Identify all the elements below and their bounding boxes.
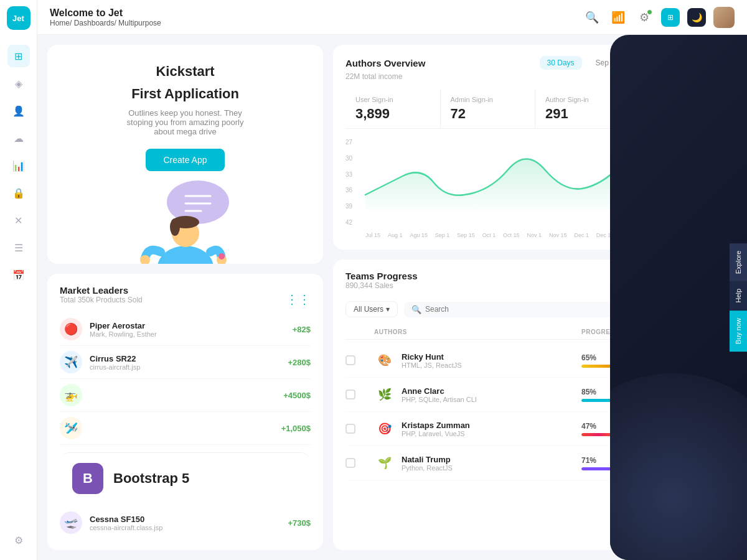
row-checkbox[interactable] bbox=[345, 390, 355, 399]
kickstart-illustration bbox=[117, 177, 254, 264]
create-app-button[interactable]: Create App bbox=[146, 149, 224, 171]
sidebar-item-security[interactable]: 🔒 bbox=[7, 182, 30, 204]
kickstart-card: Kickstart First Application Outlines kee… bbox=[47, 45, 323, 264]
user-avatar[interactable] bbox=[713, 7, 735, 28]
bootstrap-badge: B Bootstrap 5 bbox=[60, 452, 311, 506]
market-avatar-cirrus: ✈️ bbox=[60, 351, 82, 373]
market-val-piper: +82$ bbox=[293, 325, 311, 334]
topbar-title: Welcome to Jet Home/ Dashboards/ Multipu… bbox=[50, 7, 575, 27]
sidebar-item-analytics[interactable]: ◈ bbox=[7, 72, 30, 95]
svg-point-8 bbox=[170, 218, 180, 236]
avatar-ricky: 🎨 bbox=[374, 350, 395, 371]
authors-title: Authors Overview bbox=[345, 58, 533, 68]
col-authors: AUTHORS bbox=[374, 329, 575, 335]
team-author-ricky: 🎨 Ricky Hunt HTML, JS, ReactJS bbox=[374, 350, 575, 371]
skill-natali: Python, ReactJS bbox=[402, 464, 453, 472]
market-val-fourth: +1,050$ bbox=[281, 424, 311, 433]
bootstrap-label: Bootstrap 5 bbox=[113, 470, 189, 487]
side-buttons: Explore Help Buy now bbox=[730, 243, 747, 352]
market-avatar-third: 🚁 bbox=[60, 384, 82, 406]
sidebar-item-cloud[interactable]: ☁ bbox=[7, 127, 30, 149]
sidebar-item-close[interactable]: ✕ bbox=[7, 209, 30, 231]
stat-label-admin: Admin Sign-in bbox=[451, 96, 525, 103]
market-avatar-fourth: 🛩️ bbox=[60, 417, 82, 439]
row-checkbox[interactable] bbox=[345, 355, 355, 365]
select-label: All Users bbox=[354, 305, 383, 314]
skill-anne: PHP, SQLite, Artisan CLI bbox=[402, 396, 477, 403]
content-area: Kickstart First Application Outlines kee… bbox=[37, 35, 747, 560]
breadcrumb-dashboards[interactable]: Dashboards/ bbox=[74, 19, 116, 27]
team-author-kristaps: 🎯 Kristaps Zumman PHP, Laravel, VueJS bbox=[374, 418, 575, 439]
stat-label-author: Author Sign-in bbox=[545, 96, 620, 103]
explore-button[interactable]: Explore bbox=[730, 243, 747, 281]
chart-icon[interactable]: 📶 bbox=[609, 8, 627, 27]
search-icon[interactable]: 🔍 bbox=[583, 8, 601, 27]
tab-30days[interactable]: 30 Days bbox=[540, 56, 582, 70]
market-leaders-title: Market Leaders bbox=[60, 285, 143, 296]
row-checkbox[interactable] bbox=[345, 458, 355, 468]
market-avatar-piper: 🔴 bbox=[60, 318, 82, 340]
sidebar-logo[interactable]: Jet bbox=[7, 6, 31, 30]
list-item: 🛩️ +1,050$ bbox=[60, 412, 311, 445]
list-item: 🛫 Cessna SF150 cessna-aircraft.class.jsp… bbox=[60, 506, 311, 539]
list-item: ✈️ Cirrus SR22 cirrus-aircraft.jsp +280$ bbox=[60, 346, 311, 379]
page-title: Welcome to Jet bbox=[50, 7, 575, 19]
market-val-cirrus: +280$ bbox=[288, 358, 311, 367]
chart-y-labels: 42 39 36 33 30 27 bbox=[345, 139, 363, 226]
kickstart-subtitle: First Application bbox=[131, 86, 239, 102]
team-author-natali: 🌱 Natali Trump Python, ReactJS bbox=[374, 452, 575, 474]
breadcrumb-home[interactable]: Home/ bbox=[50, 19, 72, 27]
settings-icon[interactable]: ⚙ bbox=[635, 8, 654, 27]
market-leaders-sub: Total 350k Products Sold bbox=[60, 296, 143, 304]
sidebar-item-menu[interactable]: ☰ bbox=[7, 236, 30, 259]
market-sub-cirrus: cirrus-aircraft.jsp bbox=[90, 363, 280, 371]
sidebar-item-dashboard[interactable]: ⊞ bbox=[7, 45, 30, 67]
skill-kristaps: PHP, Laravel, VueJS bbox=[402, 430, 470, 437]
market-more-icon[interactable]: ⋮⋮ bbox=[286, 292, 311, 307]
market-sub-piper: Mark, Rowling, Esther bbox=[90, 330, 285, 338]
sidebar-item-users[interactable]: 👤 bbox=[7, 100, 30, 122]
search-icon: 🔍 bbox=[411, 305, 421, 314]
sidebar-item-reports[interactable]: 📊 bbox=[7, 154, 30, 177]
name-natali: Natali Trump bbox=[402, 455, 453, 464]
stat-user-signin: User Sign-in 3,899 bbox=[345, 90, 441, 128]
dark-mode-toggle[interactable]: 🌙 bbox=[687, 8, 706, 27]
name-kristaps: Kristaps Zumman bbox=[402, 421, 470, 430]
buy-now-button[interactable]: Buy now bbox=[730, 310, 747, 352]
sidebar: Jet ⊞ ◈ 👤 ☁ 📊 🔒 ✕ ☰ 📅 ⚙ bbox=[0, 0, 37, 560]
stat-val-author: 291 bbox=[545, 106, 620, 122]
market-val-third: +4500$ bbox=[283, 391, 311, 400]
chevron-down-icon: ▾ bbox=[386, 305, 390, 314]
svg-point-11 bbox=[218, 253, 225, 259]
team-author-anne: 🌿 Anne Clarc PHP, SQLite, Artisan CLI bbox=[374, 384, 575, 405]
stat-val-user: 3,899 bbox=[355, 106, 430, 122]
breadcrumb-current: Multipurpose bbox=[118, 19, 161, 27]
svg-point-5 bbox=[157, 246, 214, 264]
avatar-kristaps: 🎯 bbox=[374, 418, 395, 439]
left-panel: Kickstart First Application Outlines kee… bbox=[37, 35, 333, 560]
svg-point-0 bbox=[167, 180, 229, 224]
teams-title: Teams Progress bbox=[345, 271, 418, 281]
breadcrumb: Home/ Dashboards/ Multipurpose bbox=[50, 19, 575, 27]
teams-sub: 890,344 Sales bbox=[345, 281, 418, 290]
grid-toggle-button[interactable]: ⊞ bbox=[661, 8, 680, 27]
market-leaders-card: Market Leaders Total 350k Products Sold … bbox=[47, 274, 323, 550]
stat-admin-signin: Admin Sign-in 72 bbox=[441, 90, 536, 128]
bootstrap-icon: B bbox=[72, 463, 103, 494]
help-button[interactable]: Help bbox=[730, 281, 747, 310]
stat-val-admin: 72 bbox=[451, 106, 525, 122]
main-wrap: Welcome to Jet Home/ Dashboards/ Multipu… bbox=[37, 0, 747, 560]
row-checkbox[interactable] bbox=[345, 424, 355, 434]
market-sub-cessna: cessna-aircraft.class.jsp bbox=[90, 524, 280, 531]
market-name-cessna: Cessna SF150 bbox=[90, 515, 280, 524]
name-ricky: Ricky Hunt bbox=[402, 352, 462, 362]
name-anne: Anne Clarc bbox=[402, 386, 477, 396]
dark-side-panel: Explore Help Buy now bbox=[610, 35, 747, 560]
list-item: 🚁 +4500$ bbox=[60, 379, 311, 412]
sidebar-item-calendar[interactable]: 📅 bbox=[7, 264, 30, 286]
market-name-cirrus: Cirrus SR22 bbox=[90, 354, 280, 363]
sidebar-item-settings[interactable]: ⚙ bbox=[7, 529, 30, 551]
dark-circle-decoration bbox=[610, 373, 747, 560]
all-users-select[interactable]: All Users ▾ bbox=[345, 301, 398, 317]
avatar-image bbox=[713, 7, 735, 28]
